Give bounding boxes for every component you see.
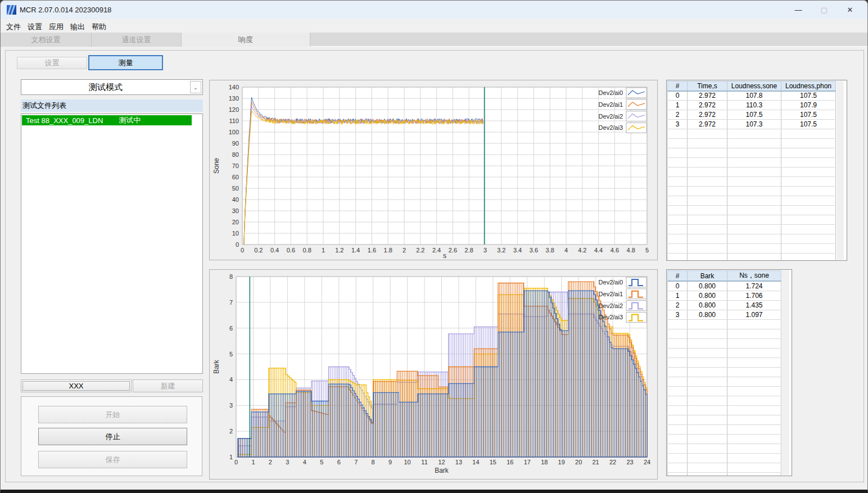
table-cell bbox=[727, 225, 781, 234]
table-row[interactable]: 12.972110.3107.9 bbox=[668, 101, 836, 110]
table-row[interactable] bbox=[668, 444, 781, 453]
table-cell bbox=[668, 358, 688, 367]
table-cell bbox=[727, 319, 781, 329]
table-row[interactable] bbox=[668, 158, 836, 168]
svg-text:4.2: 4.2 bbox=[578, 247, 586, 254]
table-row[interactable] bbox=[668, 177, 836, 187]
table-row[interactable] bbox=[668, 319, 781, 329]
table-cell: 2.972 bbox=[688, 101, 727, 110]
table-row[interactable] bbox=[668, 472, 781, 476]
table-cell bbox=[781, 187, 836, 196]
table-row[interactable]: 20.8001.435 bbox=[668, 300, 781, 310]
table-row[interactable] bbox=[668, 348, 781, 358]
svg-text:0.6: 0.6 bbox=[287, 247, 295, 254]
table-cell bbox=[688, 338, 727, 348]
menu-file[interactable]: 文件 bbox=[4, 21, 23, 33]
subtab-measure[interactable]: 测量 bbox=[88, 55, 163, 70]
loudness-page: 设置 测量 测试模式 ⌄ 测试文件列表 Test 88_XXX_009_LDN … bbox=[5, 50, 864, 482]
table-cell bbox=[727, 187, 781, 196]
table-row[interactable]: 30.8001.097 bbox=[668, 310, 781, 319]
table-row[interactable] bbox=[668, 168, 836, 177]
svg-text:2.4: 2.4 bbox=[432, 247, 441, 254]
menu-settings[interactable]: 设置 bbox=[25, 21, 44, 33]
table-row[interactable] bbox=[668, 196, 836, 206]
table-row[interactable] bbox=[668, 338, 781, 348]
table-cell bbox=[688, 415, 727, 424]
table-cell bbox=[727, 148, 781, 158]
table-cell bbox=[781, 168, 836, 177]
table-row[interactable]: 00.8001.724 bbox=[668, 281, 781, 291]
table-cell bbox=[668, 158, 688, 168]
new-button[interactable]: 新建 bbox=[133, 379, 203, 392]
table-row[interactable] bbox=[668, 396, 781, 405]
table-row[interactable] bbox=[668, 187, 836, 196]
svg-text:1: 1 bbox=[251, 459, 255, 465]
test-file-list[interactable]: Test 88_XXX_009_LDN 测试中 bbox=[21, 114, 203, 374]
column-header[interactable]: # bbox=[668, 271, 688, 282]
table-row[interactable] bbox=[668, 405, 781, 415]
table-cell bbox=[688, 463, 727, 472]
table-row[interactable] bbox=[668, 377, 781, 386]
table-cell: 0 bbox=[668, 91, 688, 101]
table-row[interactable] bbox=[668, 386, 781, 396]
legend-label: Dev2/ai1 bbox=[599, 101, 623, 108]
minimize-button[interactable]: — bbox=[785, 1, 811, 19]
table-row[interactable] bbox=[668, 463, 781, 472]
tab-document-settings[interactable]: 文档设置 bbox=[1, 33, 92, 47]
table-row[interactable] bbox=[668, 254, 836, 261]
table-row[interactable]: 32.972107.3107.5 bbox=[668, 120, 836, 129]
svg-text:Bark: Bark bbox=[213, 359, 220, 374]
svg-text:1: 1 bbox=[229, 454, 233, 460]
table-row[interactable] bbox=[668, 206, 836, 215]
save-button[interactable]: 保存 bbox=[38, 451, 187, 468]
column-header[interactable]: # bbox=[668, 82, 688, 91]
column-header[interactable]: Bark bbox=[688, 271, 727, 282]
list-item[interactable]: Test 88_XXX_009_LDN 测试中 bbox=[22, 115, 192, 125]
column-header[interactable]: Loudness,sone bbox=[727, 82, 781, 91]
column-header[interactable]: Loudness,phon bbox=[781, 82, 836, 91]
table-row[interactable]: 10.8001.706 bbox=[668, 291, 781, 300]
menu-apply[interactable]: 应用 bbox=[47, 21, 66, 33]
tab-loudness[interactable]: 响度 bbox=[182, 33, 310, 47]
table-row[interactable] bbox=[668, 434, 781, 444]
table-cell bbox=[727, 139, 781, 148]
menu-help[interactable]: 帮助 bbox=[89, 21, 108, 33]
table-row[interactable] bbox=[668, 244, 836, 254]
table-cell bbox=[727, 129, 781, 139]
table-cell: 2 bbox=[668, 300, 688, 310]
column-header[interactable]: Ns，sone bbox=[727, 271, 781, 282]
stop-button[interactable]: 停止 bbox=[38, 428, 187, 445]
svg-text:3: 3 bbox=[286, 459, 289, 465]
subtab-settings[interactable]: 设置 bbox=[17, 57, 87, 69]
column-header[interactable]: Time,s bbox=[688, 82, 727, 91]
table-row[interactable] bbox=[668, 215, 836, 225]
table-row[interactable] bbox=[668, 415, 781, 424]
table-cell bbox=[688, 215, 727, 225]
table-row[interactable] bbox=[668, 329, 781, 338]
table-row[interactable] bbox=[668, 367, 781, 377]
table-row[interactable] bbox=[668, 424, 781, 434]
menu-output[interactable]: 输出 bbox=[68, 21, 87, 33]
table-row[interactable]: 22.972107.5107.5 bbox=[668, 110, 836, 120]
file-name: Test 88_XXX_009_LDN bbox=[26, 116, 103, 125]
table-cell bbox=[668, 225, 688, 234]
start-button[interactable]: 开始 bbox=[38, 406, 187, 423]
svg-text:130: 130 bbox=[229, 95, 239, 102]
svg-text:140: 140 bbox=[229, 84, 239, 91]
table-row[interactable]: 02.972107.8107.5 bbox=[668, 91, 836, 101]
tab-channel-settings[interactable]: 通道设置 bbox=[92, 33, 182, 47]
table-row[interactable] bbox=[668, 148, 836, 158]
table-row[interactable] bbox=[668, 453, 781, 463]
close-button[interactable]: ✕ bbox=[837, 1, 863, 19]
chevron-down-icon[interactable]: ⌄ bbox=[190, 81, 201, 93]
test-mode-select[interactable]: 测试模式 ⌄ bbox=[21, 79, 203, 95]
table-row[interactable] bbox=[668, 225, 836, 234]
table-cell bbox=[688, 434, 727, 444]
table-row[interactable] bbox=[668, 358, 781, 367]
maximize-button[interactable]: ▢ bbox=[811, 1, 837, 19]
table-cell bbox=[727, 206, 781, 215]
xxx-button[interactable]: XXX bbox=[21, 379, 132, 392]
table-row[interactable] bbox=[668, 129, 836, 139]
table-row[interactable] bbox=[668, 139, 836, 148]
table-row[interactable] bbox=[668, 234, 836, 244]
